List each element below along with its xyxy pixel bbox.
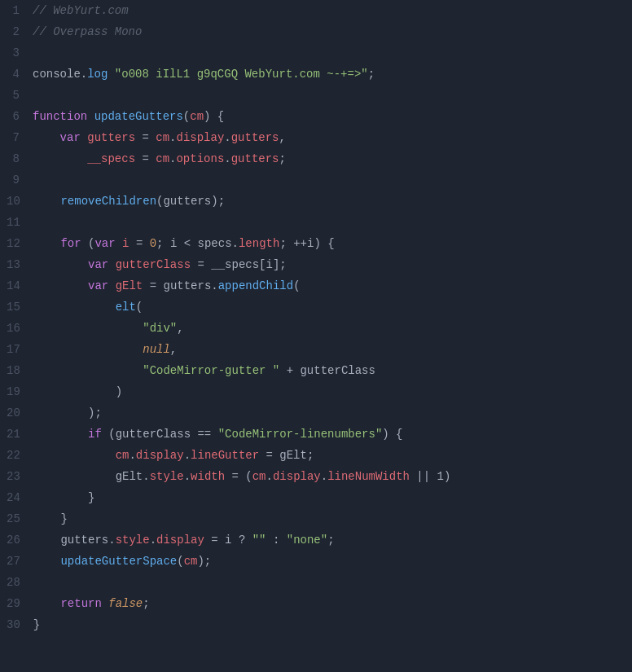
line-number: 21 (0, 424, 30, 445)
code-line: 9 (0, 169, 632, 191)
code-token (33, 131, 60, 144)
code-token: = (135, 152, 156, 165)
code-token: . (321, 470, 327, 483)
code-token: cm (184, 555, 198, 568)
code-line: 29 return false; (0, 593, 632, 614)
code-token: var (88, 279, 108, 292)
code-line: 24 } (0, 487, 632, 508)
code-token (108, 258, 115, 271)
line-number: 9 (0, 169, 29, 191)
code-token: // Overpass Mono (33, 25, 142, 38)
code-line: 26 gutters.style.display = i ? "" : "non… (0, 529, 632, 551)
code-token: i < (170, 237, 198, 250)
code-token: gElt (116, 470, 143, 483)
code-token: lineGutter (191, 449, 259, 462)
line-number: 22 (0, 445, 30, 466)
code-token: elt (116, 301, 136, 314)
code-token: . (184, 470, 191, 483)
code-token: gutters (163, 279, 211, 292)
code-token: cm (156, 131, 169, 144)
code-token: ) { (382, 428, 402, 441)
code-token: ( (177, 555, 183, 568)
code-token: } (33, 512, 68, 525)
code-token: ( (81, 237, 95, 250)
code-token: ; (368, 68, 375, 81)
code-token: display (273, 470, 321, 483)
code-line: 8 __specs = cm.options.gutters; (0, 148, 632, 169)
line-content (30, 572, 632, 593)
code-line: 14 var gElt = gutters.appendChild( (0, 275, 632, 296)
code-token: ) (33, 385, 122, 398)
code-token: // WebYurt.com (33, 4, 129, 17)
line-number: 2 (0, 21, 29, 42)
code-token: 0 (150, 237, 156, 250)
line-content: elt( (30, 296, 632, 318)
line-content (30, 212, 632, 233)
code-line: 30} (0, 614, 632, 635)
line-content: ) (30, 381, 632, 402)
code-token: false (108, 597, 143, 610)
code-line: 18 "CodeMirror-gutter " + gutterClass (0, 360, 632, 381)
line-content: "CodeMirror-gutter " + gutterClass (30, 360, 632, 381)
line-content: for (var i = 0; i < specs.length; ++i) { (30, 233, 632, 254)
code-token: gutters (231, 152, 279, 165)
code-line: 15 elt( (0, 296, 632, 318)
code-token: . (143, 470, 149, 483)
code-token: removeChildren (60, 195, 156, 208)
code-token: console (33, 68, 81, 81)
line-content: updateGutterSpace(cm); (30, 551, 632, 572)
code-token (102, 597, 108, 610)
code-line: 22 cm.display.lineGutter = gElt; (0, 445, 632, 466)
code-token: "none" (287, 534, 327, 547)
code-line: 20 ); (0, 402, 632, 424)
code-token: cm (190, 110, 204, 123)
line-content: gutters.style.display = i ? "" : "none"; (30, 529, 632, 551)
code-line: 27 updateGutterSpace(cm); (0, 551, 632, 572)
line-content: console.log "o008 iIlL1 g9qCGQ WebYurt.c… (29, 64, 632, 85)
line-number: 10 (0, 191, 30, 212)
code-token: (gutterClass == (102, 428, 218, 441)
code-token: style (116, 534, 150, 547)
code-token: "o008 iIlL1 g9qCGQ WebYurt.com ~-+=>" (115, 68, 368, 81)
line-number: 25 (0, 508, 30, 529)
code-token: cm (156, 152, 169, 165)
code-line: 1// WebYurt.com (0, 0, 632, 21)
code-token: "div" (143, 322, 177, 335)
code-token: . (211, 279, 217, 292)
line-content: var gutterClass = __specs[i]; (30, 254, 632, 275)
code-token (33, 449, 116, 462)
code-token: updateGutters (94, 110, 183, 123)
code-token: gElt; (279, 449, 314, 462)
code-line: 23 gElt.style.width = (cm.display.lineNu… (0, 466, 632, 487)
code-token: cm (116, 449, 129, 462)
line-number: 26 (0, 529, 30, 551)
code-token: ; (143, 597, 149, 610)
code-token (33, 279, 88, 292)
code-token: . (266, 470, 273, 483)
code-token: gutters (87, 131, 135, 144)
line-number: 16 (0, 318, 30, 339)
code-token: i ? (225, 534, 252, 547)
line-number: 3 (0, 42, 29, 64)
code-token (33, 258, 88, 271)
code-line: 11 (0, 212, 632, 233)
line-content: } (30, 614, 632, 635)
code-line: 13 var gutterClass = __specs[i]; (0, 254, 632, 275)
code-token: ); (33, 406, 102, 419)
code-token: updateGutterSpace (60, 555, 177, 568)
code-token: __specs (87, 152, 135, 165)
line-number: 7 (0, 127, 29, 148)
code-token: function (33, 110, 87, 123)
code-token: style (150, 470, 184, 483)
code-token: . (224, 152, 230, 165)
line-content: ); (30, 402, 632, 424)
code-token: var (88, 258, 108, 271)
code-token (108, 68, 114, 81)
code-token: ( (293, 279, 300, 292)
code-token: ++i) { (293, 237, 334, 250)
code-line: 16 "div", (0, 318, 632, 339)
code-token: = (135, 131, 156, 144)
code-token: ; (279, 237, 293, 250)
code-line: 7 var gutters = cm.display.gutters, (0, 127, 632, 148)
code-token: gutterClass (116, 258, 191, 271)
